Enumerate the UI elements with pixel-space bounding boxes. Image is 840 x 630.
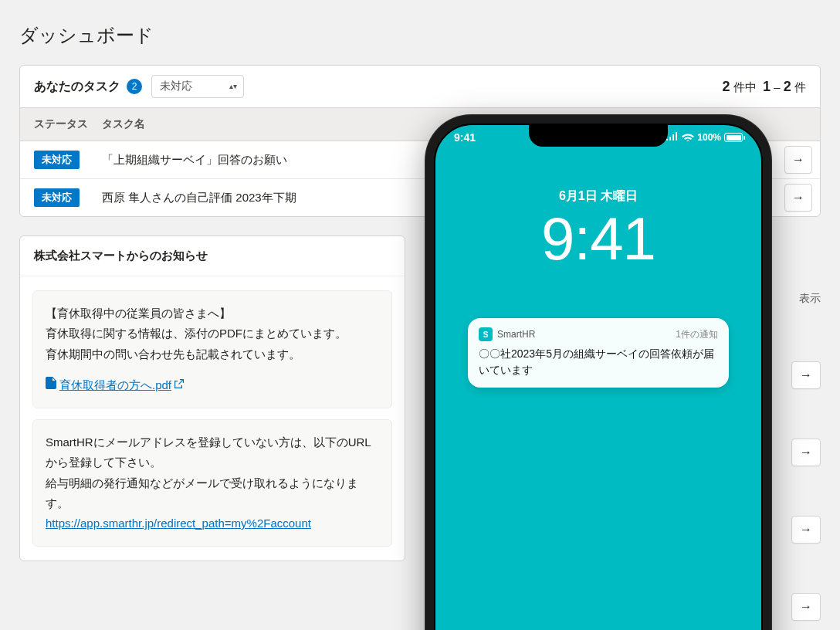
open-task-button[interactable]: → — [784, 146, 812, 174]
column-status: ステータス — [20, 108, 97, 141]
arrow-right-icon: → — [800, 368, 812, 382]
notice-text: 育休期間中の問い合わせ先も記載されています。 — [46, 344, 379, 364]
notice-heading: 【育休取得中の従業員の皆さまへ】 — [46, 303, 379, 323]
notice-card: 【育休取得中の従業員の皆さまへ】 育休取得に関する情報は、添付のPDFにまとめて… — [32, 290, 392, 408]
arrow-right-icon: → — [800, 445, 812, 459]
status-filter-select[interactable]: 未対応 ▴▾ — [151, 75, 244, 98]
list-item-open-button[interactable]: → — [791, 593, 821, 621]
notification-text: 〇〇社2023年5月の組織サーベイの回答依頼が届いています — [479, 346, 718, 378]
phone-notch — [529, 125, 668, 147]
pagination-text: 2 件中 1 – 2 件 — [723, 79, 806, 95]
tasks-title: あなたのタスク — [34, 79, 120, 95]
list-item-open-button[interactable]: → — [791, 361, 821, 389]
external-link-icon — [174, 377, 184, 395]
tasks-panel-header: あなたのタスク 2 未対応 ▴▾ 2 件中 1 – 2 件 — [20, 66, 820, 107]
status-filter-value: 未対応 — [160, 80, 192, 92]
notice-header: 株式会社スマートからのお知らせ — [20, 236, 405, 276]
register-url-link[interactable]: https://app.smarthr.jp/redirect_path=my%… — [46, 517, 311, 530]
app-icon: S — [479, 327, 493, 341]
battery-percent: 100% — [697, 132, 721, 143]
lock-screen-time: 9:41 — [435, 204, 761, 274]
push-notification[interactable]: S SmartHR 1件の通知 〇〇社2023年5月の組織サーベイの回答依頼が届… — [468, 318, 729, 388]
tasks-count-badge: 2 — [127, 79, 142, 94]
attachment-filename: 育休取得者の方へ.pdf — [59, 375, 171, 395]
notice-text: SmartHRにメールアドレスを登録していない方は、以下のURLから登録して下さ… — [46, 432, 379, 473]
phone-mockup: 9:41 100% 6月1日 木曜日 9:41 S SmartHR 1件の通知 … — [425, 114, 772, 630]
page-title: ダッシュボード — [0, 0, 840, 65]
status-badge: 未対応 — [34, 151, 80, 169]
list-item-open-button[interactable]: → — [791, 439, 821, 466]
battery-icon — [724, 133, 743, 142]
arrow-right-icon: → — [800, 600, 812, 614]
wifi-icon — [682, 132, 694, 144]
arrow-right-icon: → — [792, 191, 804, 205]
notification-app-name: SmartHR — [497, 329, 535, 340]
file-icon — [46, 375, 56, 395]
show-toggle[interactable]: 表示 — [799, 286, 821, 312]
notice-text: 給与明細の発行通知などがメールで受け取れるようになります。 — [46, 473, 379, 514]
notification-count: 1件の通知 — [676, 328, 718, 341]
lock-screen-date: 6月1日 木曜日 — [435, 188, 761, 205]
list-item-open-button[interactable]: → — [791, 516, 821, 544]
notice-panel: 株式会社スマートからのお知らせ 【育休取得中の従業員の皆さまへ】 育休取得に関す… — [19, 235, 405, 561]
attachment-link[interactable]: 育休取得者の方へ.pdf — [46, 375, 184, 395]
notice-title: 株式会社スマートからのお知らせ — [34, 249, 208, 263]
chevron-down-icon: ▴▾ — [229, 83, 237, 90]
phone-status-time: 9:41 — [454, 131, 476, 144]
open-task-button[interactable]: → — [784, 184, 812, 212]
phone-screen: 9:41 100% 6月1日 木曜日 9:41 S SmartHR 1件の通知 … — [434, 124, 763, 630]
arrow-right-icon: → — [792, 153, 804, 167]
notice-text: 育休取得に関する情報は、添付のPDFにまとめています。 — [46, 323, 379, 344]
right-column-stubs: 表示 → → → → — [791, 286, 821, 621]
arrow-right-icon: → — [800, 523, 812, 537]
signal-icon — [666, 132, 679, 143]
status-badge: 未対応 — [34, 188, 80, 207]
notice-card: SmartHRにメールアドレスを登録していない方は、以下のURLから登録して下さ… — [32, 419, 392, 547]
